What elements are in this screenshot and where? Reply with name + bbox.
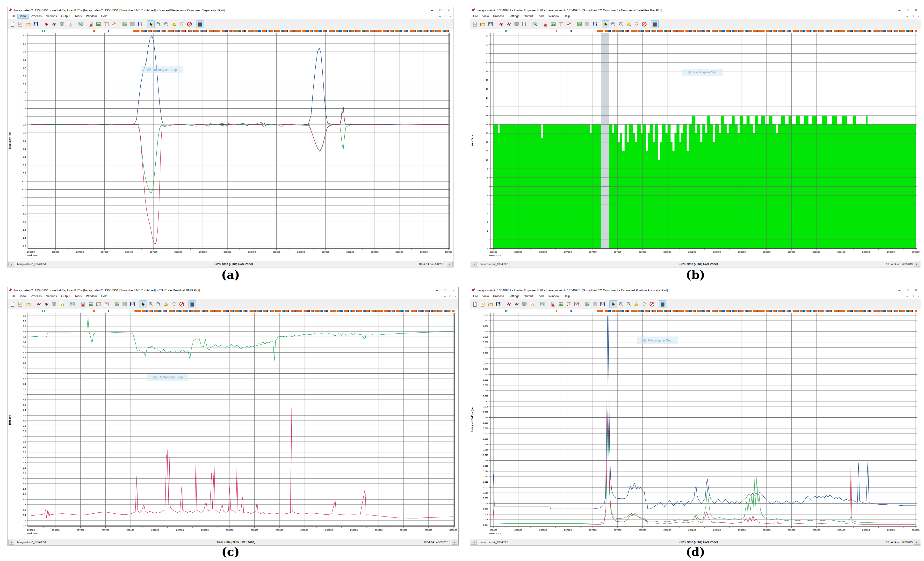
save-all-icon[interactable] (599, 301, 606, 308)
residual-plot-icon[interactable] (110, 21, 118, 28)
menu-output[interactable]: Output (59, 14, 72, 18)
open-project-icon[interactable] (24, 21, 32, 28)
close-icon[interactable]: × (448, 9, 450, 12)
new-file-icon[interactable] (471, 301, 478, 308)
menu-window[interactable]: Window (546, 14, 561, 18)
child-restore-icon[interactable]: □ (912, 295, 914, 298)
export-image-icon[interactable] (550, 21, 557, 28)
nav-left-button[interactable]: ◄ (9, 540, 14, 544)
convert-gnss-icon[interactable] (505, 301, 513, 308)
save-all-icon[interactable] (129, 301, 136, 308)
project-tab[interactable]: barajcosteiu2_13540951 (477, 263, 511, 266)
new-file-icon[interactable] (9, 21, 16, 28)
open-project-icon[interactable] (487, 301, 494, 308)
minimize-icon[interactable]: – (431, 9, 433, 12)
project-wizard-icon[interactable] (16, 21, 24, 28)
menu-view[interactable]: View (480, 294, 491, 298)
convert-imu-icon[interactable] (51, 21, 58, 28)
zoom-in-icon[interactable] (155, 21, 162, 28)
hint-lamp-icon[interactable] (633, 21, 640, 28)
menu-process[interactable]: Process (491, 294, 506, 298)
titlebar[interactable]: barajcosteiu2_13540951 - Inertial Explor… (8, 287, 458, 293)
plan-window-icon[interactable] (531, 21, 538, 28)
convert-imu-icon[interactable] (505, 21, 513, 28)
plot-client-area[interactable]: 0.00.20.40.60.81.01.21.41.61.82.02.22.42… (8, 309, 458, 539)
convert-gnss-icon[interactable] (43, 21, 50, 28)
map-window-icon[interactable] (584, 301, 591, 308)
restore-icon[interactable]: □ (907, 289, 909, 292)
nav-left-button[interactable]: ◄ (471, 262, 477, 266)
project-wizard-icon[interactable] (16, 301, 24, 308)
export-pdf-icon[interactable] (542, 21, 549, 28)
save-project-icon[interactable] (495, 301, 502, 308)
residual-plot-icon[interactable] (573, 301, 580, 308)
process-tc-icon[interactable] (103, 21, 110, 28)
close-icon[interactable]: × (453, 289, 454, 292)
new-file-icon[interactable] (9, 301, 16, 308)
raw-data-viewer-icon[interactable] (528, 301, 536, 308)
menu-settings[interactable]: Settings (44, 294, 59, 298)
nav-left-button[interactable]: ◄ (471, 540, 477, 544)
import-device-icon[interactable] (51, 301, 58, 308)
open-project-icon[interactable] (479, 21, 486, 28)
project-wizard-icon[interactable] (471, 21, 478, 28)
convert-gnss-icon[interactable] (498, 21, 505, 28)
stop-processing-icon[interactable] (648, 301, 656, 308)
processing-matrix-icon[interactable] (591, 301, 598, 308)
zoom-extents-icon[interactable] (625, 21, 632, 28)
map-window-icon[interactable] (113, 301, 121, 308)
hint-lamp-icon[interactable] (640, 301, 648, 308)
separation-chart[interactable]: -1.5-1.4-1.3-1.2-1.1-1.0-0.9-0.8-0.7-0.6… (8, 29, 453, 261)
satellites-bar-chart[interactable]: 0123456789101112131415161718192021222324… (470, 29, 921, 261)
position-accuracy-chart[interactable]: 0.0040.0050.0060.0070.0080.0090.0100.011… (470, 309, 921, 539)
menu-window[interactable]: Window (84, 294, 99, 298)
export-pdf-icon[interactable] (87, 21, 94, 28)
cursor-select-icon[interactable] (147, 21, 154, 28)
minimize-icon[interactable]: – (898, 9, 900, 12)
zoom-extents-icon[interactable] (170, 21, 178, 28)
open-project-icon[interactable] (24, 301, 32, 308)
menu-tools[interactable]: Tools (535, 294, 546, 298)
project-tab[interactable]: barajcosteiu2_13540951 (477, 541, 511, 544)
convert-imu-icon[interactable] (43, 301, 50, 308)
plot-client-area[interactable]: 0.0040.0050.0060.0070.0080.0090.0100.011… (470, 309, 921, 539)
titlebar[interactable]: barajcosteiu2_13540951 - Inertial Explor… (470, 7, 921, 13)
project-tab[interactable]: barajcosteiu2_13540951 (15, 541, 49, 544)
export-image-icon[interactable] (95, 21, 102, 28)
child-restore-icon[interactable]: □ (912, 15, 914, 18)
menu-help[interactable]: Help (561, 14, 572, 18)
menu-file[interactable]: File (9, 14, 18, 18)
zoom-out-icon[interactable] (617, 21, 625, 28)
raw-data-viewer-icon[interactable] (66, 21, 73, 28)
restore-icon[interactable]: □ (907, 9, 909, 12)
menu-process[interactable]: Process (28, 294, 44, 298)
menu-process[interactable]: Process (491, 14, 506, 18)
child-close-icon[interactable]: × (918, 295, 919, 298)
nav-right-button[interactable]: ► (447, 262, 453, 266)
menu-help[interactable]: Help (561, 294, 572, 298)
appearance-icon[interactable] (189, 301, 196, 308)
cursor-select-icon[interactable] (610, 301, 617, 308)
minimize-icon[interactable]: – (898, 289, 900, 292)
stop-processing-icon[interactable] (178, 301, 185, 308)
cursor-select-icon[interactable] (140, 301, 147, 308)
plan-window-icon[interactable] (539, 301, 546, 308)
child-minimize-icon[interactable]: – (907, 295, 908, 298)
minimize-icon[interactable]: – (436, 289, 438, 292)
titlebar[interactable]: barajcosteiu2_13540951 - Inertial Explor… (8, 7, 453, 13)
process-tc-icon[interactable] (565, 301, 572, 308)
child-restore-icon[interactable]: □ (445, 15, 446, 18)
processing-matrix-icon[interactable] (584, 21, 591, 28)
residual-plot-icon[interactable] (103, 301, 110, 308)
cursor-select-icon[interactable] (602, 21, 609, 28)
nav-right-button[interactable]: ► (914, 540, 920, 544)
zoom-in-icon[interactable] (147, 301, 154, 308)
map-window-icon[interactable] (121, 21, 128, 28)
save-project-icon[interactable] (32, 21, 39, 28)
child-minimize-icon[interactable]: – (439, 15, 441, 18)
export-pdf-icon[interactable] (550, 301, 557, 308)
close-icon[interactable]: × (915, 289, 917, 292)
menu-process[interactable]: Process (28, 14, 44, 18)
menu-settings[interactable]: Settings (44, 14, 59, 18)
project-wizard-icon[interactable] (479, 301, 486, 308)
